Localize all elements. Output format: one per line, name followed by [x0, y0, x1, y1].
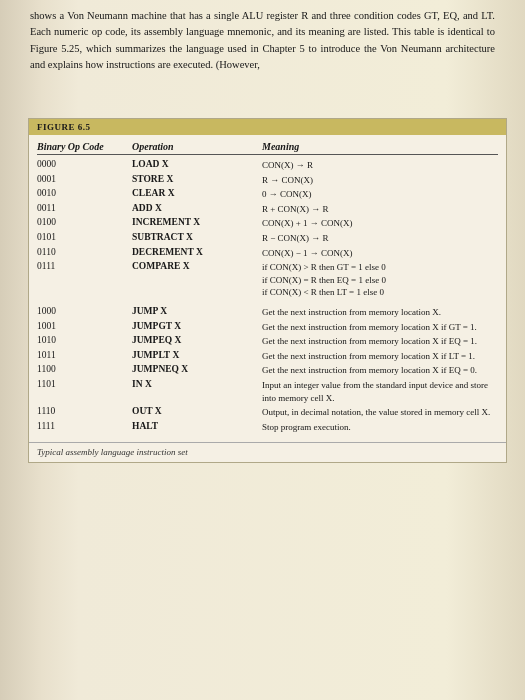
cell-operation: HALT [132, 420, 262, 431]
cell-opcode: 0100 [37, 216, 132, 227]
cell-opcode: 1011 [37, 349, 132, 360]
cell-opcode: 0010 [37, 187, 132, 198]
cell-opcode: 0011 [37, 202, 132, 213]
header-opcode: Binary Op Code [37, 141, 132, 152]
table-row: 0000LOAD XCON(X) → R [37, 158, 498, 172]
cell-opcode: 1001 [37, 320, 132, 331]
cell-operation: JUMPLT X [132, 349, 262, 360]
cell-opcode: 0000 [37, 158, 132, 169]
cell-meaning: Get the next instruction from memory loc… [262, 334, 498, 348]
cell-opcode: 1110 [37, 405, 132, 416]
cell-meaning: Input an integer value from the standard… [262, 378, 498, 404]
table-row: 1011JUMPLT XGet the next instruction fro… [37, 349, 498, 363]
cell-opcode: 0110 [37, 246, 132, 257]
cell-operation: JUMPNEQ X [132, 363, 262, 374]
table-row: 1010JUMPEQ XGet the next instruction fro… [37, 334, 498, 348]
cell-operation: IN X [132, 378, 262, 389]
cell-opcode: 1000 [37, 305, 132, 316]
top-text: shows a Von Neumann machine that has a s… [30, 10, 495, 70]
cell-meaning: if CON(X) > R then GT = 1 else 0 if CON(… [262, 260, 498, 299]
cell-operation: JUMPEQ X [132, 334, 262, 345]
table-row: 0001STORE XR → CON(X) [37, 173, 498, 187]
cell-meaning: Get the next instruction from memory loc… [262, 320, 498, 334]
cell-meaning: CON(X) + 1 → CON(X) [262, 216, 498, 230]
table-row: 1001JUMPGT XGet the next instruction fro… [37, 320, 498, 334]
table-row: 0110DECREMENT XCON(X) − 1 → CON(X) [37, 246, 498, 260]
table-row: 1111HALTStop program execution. [37, 420, 498, 434]
table-row: 0010CLEAR X0 → CON(X) [37, 187, 498, 201]
cell-opcode: 1101 [37, 378, 132, 389]
table-row: 0111COMPARE Xif CON(X) > R then GT = 1 e… [37, 260, 498, 299]
cell-meaning: Output, in decimal notation, the value s… [262, 405, 498, 419]
table-row: 1110OUT XOutput, in decimal notation, th… [37, 405, 498, 419]
table-row: 0100INCREMENT XCON(X) + 1 → CON(X) [37, 216, 498, 230]
cell-meaning: R − CON(X) → R [262, 231, 498, 245]
table-row: 0101SUBTRACT XR − CON(X) → R [37, 231, 498, 245]
cell-operation: COMPARE X [132, 260, 262, 271]
cell-operation: SUBTRACT X [132, 231, 262, 242]
cell-meaning: Get the next instruction from memory loc… [262, 363, 498, 377]
cell-opcode: 0111 [37, 260, 132, 271]
cell-meaning: R + CON(X) → R [262, 202, 498, 216]
top-paragraph: shows a Von Neumann machine that has a s… [30, 8, 495, 73]
cell-operation: LOAD X [132, 158, 262, 169]
cell-meaning: 0 → CON(X) [262, 187, 498, 201]
cell-operation: OUT X [132, 405, 262, 416]
figure-box: FIGURE 6.5 Binary Op Code Operation Mean… [28, 118, 507, 463]
cell-operation: DECREMENT X [132, 246, 262, 257]
cell-meaning: CON(X) − 1 → CON(X) [262, 246, 498, 260]
table-row: 0011ADD XR + CON(X) → R [37, 202, 498, 216]
cell-opcode: 0101 [37, 231, 132, 242]
cell-meaning: R → CON(X) [262, 173, 498, 187]
cell-meaning: Get the next instruction from memory loc… [262, 349, 498, 363]
cell-operation: ADD X [132, 202, 262, 213]
figure-content: Binary Op Code Operation Meaning 0000LOA… [29, 135, 506, 438]
table-header-row: Binary Op Code Operation Meaning [37, 141, 498, 155]
cell-opcode: 1111 [37, 420, 132, 431]
header-meaning: Meaning [262, 141, 498, 152]
table-row: 1101IN XInput an integer value from the … [37, 378, 498, 404]
figure-label: FIGURE 6.5 [29, 119, 506, 135]
cell-meaning: Get the next instruction from memory loc… [262, 305, 498, 319]
table-body: 0000LOAD XCON(X) → R0001STORE XR → CON(X… [37, 158, 498, 433]
cell-meaning: CON(X) → R [262, 158, 498, 172]
cell-opcode: 0001 [37, 173, 132, 184]
table-row: 1000JUMP XGet the next instruction from … [37, 305, 498, 319]
cell-operation: CLEAR X [132, 187, 262, 198]
header-operation: Operation [132, 141, 262, 152]
cell-opcode: 1010 [37, 334, 132, 345]
figure-caption: Typical assembly language instruction se… [29, 442, 506, 462]
cell-operation: JUMP X [132, 305, 262, 316]
cell-operation: JUMPGT X [132, 320, 262, 331]
cell-opcode: 1100 [37, 363, 132, 374]
table-row: 1100JUMPNEQ XGet the next instruction fr… [37, 363, 498, 377]
cell-meaning: Stop program execution. [262, 420, 498, 434]
cell-operation: INCREMENT X [132, 216, 262, 227]
cell-operation: STORE X [132, 173, 262, 184]
